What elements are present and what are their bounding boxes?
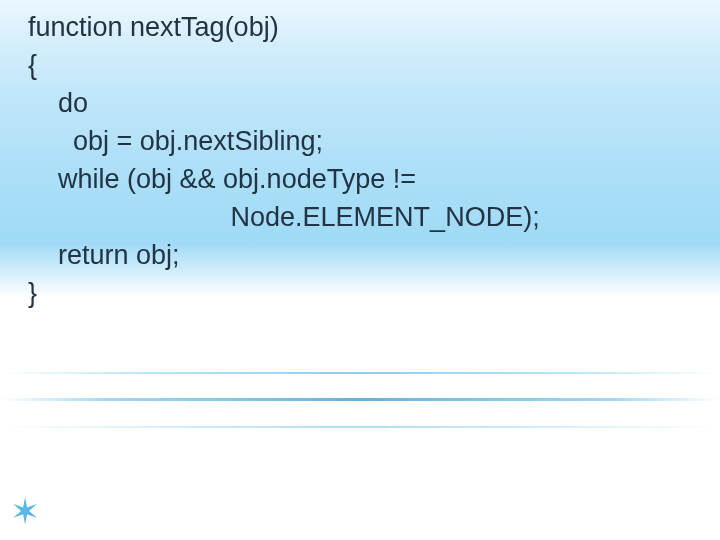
code-line: return obj; [28,240,180,270]
decor-line-2 [0,398,720,401]
code-line: function nextTag(obj) [28,12,279,42]
code-line: } [28,278,37,308]
star-icon: ✶ [10,494,40,530]
code-line: { [28,50,37,80]
code-block: function nextTag(obj) { do obj = obj.nex… [28,8,700,312]
decor-line-3 [0,426,720,428]
code-line: obj = obj.nextSibling; [28,126,323,156]
code-line: Node.ELEMENT_NODE); [28,202,540,232]
slide: ✶ function nextTag(obj) { do obj = obj.n… [0,0,720,540]
decor-line-1 [0,372,720,374]
code-line: while (obj && obj.nodeType != [28,164,416,194]
code-line: do [28,88,88,118]
